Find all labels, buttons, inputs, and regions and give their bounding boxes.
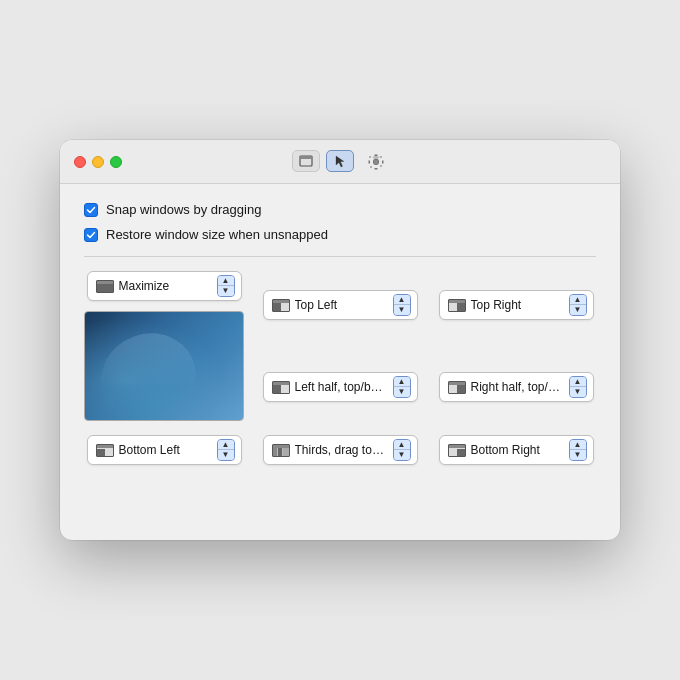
right-half-stepper-up[interactable]: ▲: [570, 377, 586, 387]
main-window: Snap windows by dragging Restore window …: [60, 140, 620, 540]
window-top-left-icon: [272, 299, 290, 312]
maximize-stepper-up[interactable]: ▲: [218, 276, 234, 286]
center-column: Maximize ▲ ▼: [84, 271, 244, 421]
left-half-stepper-up[interactable]: ▲: [394, 377, 410, 387]
gear-settings-button[interactable]: [364, 150, 388, 174]
window-view-button[interactable]: [292, 150, 320, 172]
right-half-stepper-down[interactable]: ▼: [570, 387, 586, 397]
snap-windows-row: Snap windows by dragging: [84, 202, 596, 217]
window-right-half-icon: [448, 381, 466, 394]
snap-zones-grid: Top Left ▲ ▼ Maximize: [84, 271, 596, 465]
content-area: Snap windows by dragging Restore window …: [60, 184, 620, 489]
thirds-stepper-up[interactable]: ▲: [394, 440, 410, 450]
snap-windows-label: Snap windows by dragging: [106, 202, 261, 217]
checkmark-icon: [86, 205, 96, 215]
window-bottom-right-icon: [448, 444, 466, 457]
top-left-stepper-down[interactable]: ▼: [394, 305, 410, 315]
maximize-icon: [96, 280, 114, 293]
thirds-stepper[interactable]: ▲ ▼: [393, 439, 411, 461]
cursor-icon: [333, 154, 347, 168]
minimize-button[interactable]: [92, 156, 104, 168]
top-right-label: Top Right: [471, 298, 565, 312]
restore-window-checkbox[interactable]: [84, 228, 98, 242]
cursor-view-button[interactable]: [326, 150, 354, 172]
section-divider: [84, 256, 596, 257]
close-button[interactable]: [74, 156, 86, 168]
thirds-label: Thirds, drag toward c...: [295, 443, 389, 457]
right-half-stepper[interactable]: ▲ ▼: [569, 376, 587, 398]
maximize-button[interactable]: [110, 156, 122, 168]
maximize-stepper[interactable]: ▲ ▼: [217, 275, 235, 297]
bottom-left-dropdown[interactable]: Bottom Left ▲ ▼: [87, 435, 242, 465]
thirds-dropdown[interactable]: Thirds, drag toward c... ▲ ▼: [263, 435, 418, 465]
titlebar-toolbar: [292, 150, 388, 174]
window-bottom-left-icon: [96, 444, 114, 457]
bottom-left-stepper[interactable]: ▲ ▼: [217, 439, 235, 461]
traffic-lights: [74, 156, 122, 168]
checkmark-icon: [86, 230, 96, 240]
maximize-stepper-down[interactable]: ▼: [218, 286, 234, 296]
bottom-right-stepper-up[interactable]: ▲: [570, 440, 586, 450]
thirds-stepper-down[interactable]: ▼: [394, 450, 410, 460]
top-left-stepper[interactable]: ▲ ▼: [393, 294, 411, 316]
restore-window-label: Restore window size when unsnapped: [106, 227, 328, 242]
bottom-right-dropdown[interactable]: Bottom Right ▲ ▼: [439, 435, 594, 465]
svg-point-2: [374, 159, 379, 164]
right-half-label: Right half, top/bottom...: [471, 380, 565, 394]
bottom-right-stepper-down[interactable]: ▼: [570, 450, 586, 460]
left-half-stepper-down[interactable]: ▼: [394, 387, 410, 397]
bottom-left-stepper-up[interactable]: ▲: [218, 440, 234, 450]
restore-window-row: Restore window size when unsnapped: [84, 227, 596, 242]
top-right-dropdown[interactable]: Top Right ▲ ▼: [439, 290, 594, 320]
window-left-half-icon: [272, 381, 290, 394]
window-top-right-icon: [448, 299, 466, 312]
snap-windows-checkbox[interactable]: [84, 203, 98, 217]
left-half-dropdown[interactable]: Left half, top/bottom... ▲ ▼: [263, 372, 418, 402]
bottom-left-stepper-down[interactable]: ▼: [218, 450, 234, 460]
top-right-stepper[interactable]: ▲ ▼: [569, 294, 587, 316]
gear-icon: [368, 154, 384, 170]
top-left-label: Top Left: [295, 298, 389, 312]
preview-image: [84, 311, 244, 421]
right-half-dropdown[interactable]: Right half, top/bottom... ▲ ▼: [439, 372, 594, 402]
mac-wallpaper: [85, 312, 243, 420]
left-half-label: Left half, top/bottom...: [295, 380, 389, 394]
svg-rect-1: [300, 156, 312, 159]
titlebar: [60, 140, 620, 184]
top-right-stepper-down[interactable]: ▼: [570, 305, 586, 315]
bottom-left-label: Bottom Left: [119, 443, 213, 457]
window-thirds-icon: [272, 444, 290, 457]
top-left-stepper-up[interactable]: ▲: [394, 295, 410, 305]
maximize-dropdown[interactable]: Maximize ▲ ▼: [87, 271, 242, 301]
bottom-right-label: Bottom Right: [471, 443, 565, 457]
left-half-stepper[interactable]: ▲ ▼: [393, 376, 411, 398]
top-left-dropdown[interactable]: Top Left ▲ ▼: [263, 290, 418, 320]
maximize-label: Maximize: [119, 279, 213, 293]
bottom-right-stepper[interactable]: ▲ ▼: [569, 439, 587, 461]
top-right-stepper-up[interactable]: ▲: [570, 295, 586, 305]
window-icon: [299, 154, 313, 168]
